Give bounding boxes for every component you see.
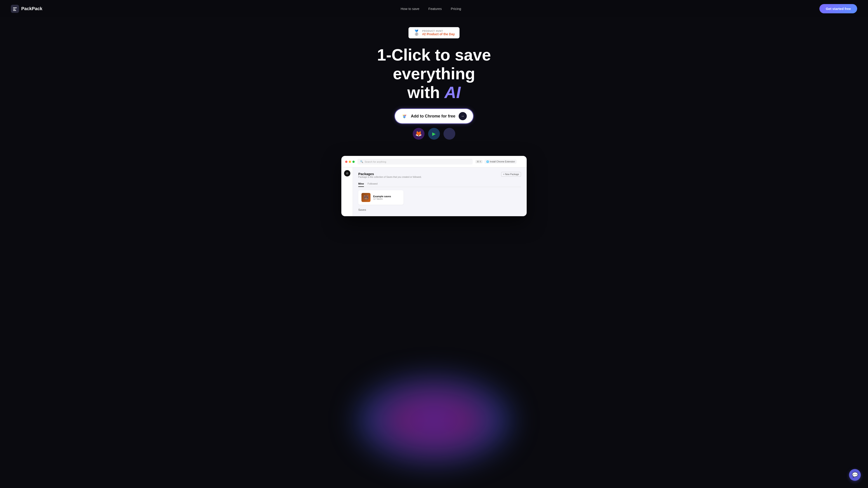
saves-section: Saves [358, 208, 521, 212]
new-package-button[interactable]: + New Package [501, 172, 521, 177]
tab-mine[interactable]: Mine [358, 182, 364, 187]
chrome-cta-label: Add to Chrome for free [411, 114, 455, 119]
svg-point-4 [404, 116, 405, 117]
firefox-button[interactable]: 🦊 [413, 128, 425, 140]
cta-wrap: Add to Chrome for free → 🦊 ▶ [395, 109, 473, 140]
android-button[interactable]: ▶ [428, 128, 440, 140]
search-placeholder: Search for anything [365, 160, 386, 163]
browser-dots [345, 161, 355, 163]
sidebar-home-icon[interactable]: ⊙ [344, 170, 350, 176]
browser-search-bar[interactable]: 🔍 Search for anything [358, 159, 473, 164]
package-thumbnail: 🐻 [362, 193, 370, 202]
browser-dot-green [352, 161, 355, 163]
search-icon: 🔍 [360, 160, 363, 163]
ph-text: PRODUCT HUNT #2 Product of the Day [422, 30, 455, 36]
ph-label: PRODUCT HUNT [422, 30, 455, 32]
app-main-content: Packages Package is the collection of Sa… [353, 167, 526, 216]
example-package-card[interactable]: 🐻 Example saves 12 Saves [358, 190, 403, 205]
add-to-chrome-button[interactable]: Add to Chrome for free → [395, 109, 473, 123]
saves-title: Saves [358, 208, 521, 212]
get-started-button[interactable]: Get started free [819, 4, 857, 13]
package-name: Example saves [373, 195, 400, 198]
keyboard-shortcut: ⌘ K [475, 160, 483, 163]
ph-rank: #2 Product of the Day [422, 32, 455, 36]
hero-content: 🥈 PRODUCT HUNT #2 Product of the Day 1-C… [337, 27, 531, 216]
chat-widget-icon: 💬 [852, 472, 858, 478]
hero-heading-line2: with [407, 84, 444, 101]
navbar: PackPack How to save Features Pricing Ge… [0, 0, 868, 18]
app-body: ⊙ Packages Package is the collection of … [342, 167, 526, 216]
android-play-icon: ▶ [432, 131, 436, 136]
package-info: Example saves 12 Saves [373, 195, 400, 200]
logo[interactable]: PackPack [11, 5, 42, 13]
chrome-ext-badge[interactable]: 🌐 Install Chrome Extension [485, 160, 517, 164]
nav-pricing[interactable]: Pricing [451, 7, 461, 11]
product-hunt-badge[interactable]: 🥈 PRODUCT HUNT #2 Product of the Day [408, 27, 460, 38]
packages-title: Packages [358, 172, 422, 176]
browser-actions: ⌘ K 🌐 Install Chrome Extension ▶ [475, 160, 523, 164]
arrow-icon: → [459, 112, 467, 120]
browser-dot-red [345, 161, 347, 163]
app-preview: 🔍 Search for anything ⌘ K 🌐 Install Chro… [341, 156, 527, 216]
hero-ai-text: AI [444, 84, 461, 101]
platform-icons-row: 🦊 ▶ [413, 128, 455, 140]
hero-section: 🥈 PRODUCT HUNT #2 Product of the Day 1-C… [0, 0, 868, 488]
tab-followed[interactable]: Followed [368, 182, 377, 187]
logo-icon [11, 5, 19, 13]
chat-widget[interactable]: 💬 [849, 469, 861, 481]
chrome-ext-label: Install Chrome Extension [490, 160, 515, 163]
glow-background [355, 375, 513, 465]
packages-title-group: Packages Package is the collection of Sa… [358, 172, 422, 181]
chrome-logo-icon [401, 113, 408, 119]
nav-links: How to save Features Pricing [401, 7, 461, 11]
hero-heading-line1: 1-Click to save everything [377, 46, 491, 83]
packages-tabs: Mine Followed [358, 182, 521, 187]
nav-features[interactable]: Features [428, 7, 442, 11]
browser-dot-yellow [349, 161, 351, 163]
browser-ext-icon1: ▶ [519, 160, 521, 164]
browser-bar: 🔍 Search for anything ⌘ K 🌐 Install Chro… [342, 156, 526, 167]
logo-text: PackPack [21, 6, 42, 11]
app-sidebar: ⊙ [342, 167, 353, 216]
packages-subtitle: Package is the collection of Saves that … [358, 176, 422, 178]
ph-medal-icon: 🥈 [413, 30, 420, 36]
chrome-mini-icon: 🌐 [486, 160, 489, 163]
packages-header-row: Packages Package is the collection of Sa… [358, 172, 521, 181]
nav-how-to-save[interactable]: How to save [401, 7, 419, 11]
package-count: 12 Saves [373, 198, 400, 200]
firefox-icon: 🦊 [415, 131, 422, 137]
hero-heading: 1-Click to save everything with AI [355, 46, 513, 102]
apple-button[interactable] [443, 128, 455, 140]
